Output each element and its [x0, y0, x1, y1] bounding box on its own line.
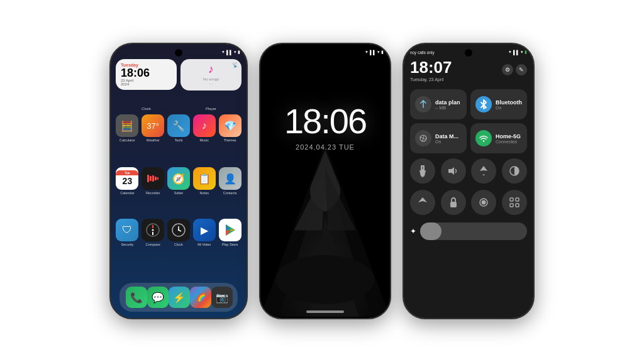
app-clock[interactable]: Clock — [167, 219, 191, 246]
app-row-3: 🛡 Security Compass — [116, 219, 242, 246]
clock-app-icon[interactable] — [167, 219, 190, 241]
settings-icon[interactable]: ⚙ — [502, 64, 513, 75]
camera-icon[interactable]: 📷 — [211, 287, 233, 308]
compass-label: Compass — [146, 243, 160, 246]
scan-button[interactable] — [502, 190, 527, 215]
svg-rect-2 — [152, 175, 154, 182]
svg-point-29 — [482, 200, 486, 205]
app-row-1: 🧮 Calculator 37° Weather 🔧 Tools ♪ Music… — [116, 114, 242, 142]
music-dots: ··· — [209, 81, 213, 87]
notes-icon[interactable]: 📋 — [193, 167, 216, 190]
phone-icon[interactable]: 📞 — [126, 287, 147, 308]
switch-icon[interactable]: ⚡ — [169, 287, 190, 308]
svg-marker-22 — [419, 170, 426, 177]
cc-status-left: ncy calls only — [410, 50, 435, 55]
calendar-icon[interactable]: Tue 23 — [116, 167, 138, 190]
airplane-button[interactable] — [471, 158, 496, 184]
mivideo-icon[interactable]: ▶ — [193, 219, 216, 241]
calculator-icon[interactable]: 🧮 — [116, 114, 138, 137]
app-contacts[interactable]: 👤 Contacts — [218, 167, 242, 195]
svg-rect-1 — [150, 176, 152, 181]
music-widget-wrap[interactable]: 📡 ♪ No songs ··· Player — [180, 59, 242, 104]
clock-time: 18:06 — [121, 67, 172, 79]
app-recorder[interactable]: Recorder — [142, 167, 165, 195]
data-tile-text: data plan -- MB — [435, 99, 462, 110]
broadcast-icon: 📡 — [232, 62, 238, 68]
flashlight-button[interactable] — [410, 158, 435, 184]
app-mivideo[interactable]: ▶ Mi Video — [192, 219, 216, 246]
playstore-icon[interactable] — [219, 219, 242, 241]
bluetooth-icon: ✦ — [221, 50, 225, 55]
app-compass[interactable]: Compass — [142, 219, 165, 246]
music-app-icon[interactable]: ♪ — [193, 114, 216, 137]
player-label: Player — [206, 107, 216, 111]
safari-icon[interactable]: 🧭 — [167, 167, 190, 190]
contacts-label: Contacts — [223, 191, 237, 195]
gallery-icon[interactable]: 🌈 — [190, 287, 211, 308]
record-button[interactable] — [471, 190, 496, 215]
app-security[interactable]: 🛡 Security — [116, 219, 139, 246]
music-widget[interactable]: 📡 ♪ No songs ··· — [180, 59, 242, 90]
app-calculator[interactable]: 🧮 Calculator — [116, 114, 139, 142]
clock-widget-wrap[interactable]: Tuesday 18:06 23 April 2024 Clock — [116, 59, 177, 104]
dock-camera[interactable]: 📷 — [211, 287, 233, 308]
dock-switch[interactable]: ⚡ — [169, 287, 190, 308]
clock-widget[interactable]: Tuesday 18:06 23 April 2024 — [116, 59, 177, 90]
recorder-icon[interactable] — [142, 167, 164, 190]
tools-icon[interactable]: 🔧 — [167, 114, 190, 137]
wifi-tile-icon — [475, 130, 492, 146]
app-playstore[interactable]: Play Store — [218, 219, 242, 246]
weather-icon[interactable]: 37° — [142, 114, 164, 137]
punch-hole-2 — [321, 49, 329, 57]
volume-button[interactable] — [441, 158, 466, 184]
compass-icon[interactable] — [142, 219, 164, 241]
app-notes[interactable]: 📋 Notes — [192, 167, 216, 195]
app-music[interactable]: ♪ Music — [192, 114, 216, 142]
themes-label: Themes — [224, 138, 236, 142]
cc-tile-wifi[interactable]: Home-5G Connected — [470, 123, 527, 153]
signal-icon-3: ▌▌ — [513, 50, 519, 55]
contacts-icon[interactable]: 👤 — [219, 167, 242, 190]
cc-header-actions: ⚙ ✎ — [502, 64, 527, 75]
punch-hole — [175, 49, 182, 57]
mobile-tile-icon — [415, 130, 431, 146]
dock-gallery[interactable]: 🌈 — [190, 287, 211, 308]
svg-rect-4 — [157, 177, 158, 180]
nightmode-button[interactable] — [502, 158, 527, 184]
lock-button[interactable] — [441, 190, 466, 215]
cc-tile-dataplan[interactable]: data plan -- MB — [410, 89, 467, 119]
bt-icon-3: ✦ — [508, 50, 512, 55]
cc-brightness-control[interactable]: ✦ — [410, 222, 527, 240]
wifi-icon-2: ▾ — [377, 50, 380, 55]
lock-time: 18:06 — [260, 101, 390, 141]
svg-rect-31 — [516, 198, 519, 201]
app-weather[interactable]: 37° Weather — [142, 114, 165, 142]
battery-icon-3: ▮ — [525, 50, 527, 55]
cc-time: 18:07 — [410, 58, 452, 77]
cc-buttons-row1 — [410, 158, 527, 184]
themes-icon[interactable]: 💎 — [219, 114, 242, 137]
brightness-fill — [420, 222, 441, 240]
edit-icon[interactable]: ✎ — [516, 64, 527, 75]
dock-messages[interactable]: 💬 — [147, 287, 169, 308]
app-tools[interactable]: 🔧 Tools — [167, 114, 191, 142]
phone-1-homescreen: ✦ ▌▌ ▾ ▮ Tuesday 18:06 23 April 2024 Clo… — [109, 43, 248, 319]
widgets-row: Tuesday 18:06 23 April 2024 Clock 📡 ♪ No… — [116, 59, 242, 104]
app-safari[interactable]: 🧭 Safari — [167, 167, 191, 195]
location-button[interactable] — [410, 190, 435, 215]
brightness-bar[interactable] — [420, 222, 527, 240]
cc-tile-mobile[interactable]: Data M... On — [410, 123, 467, 153]
bt-icon-2: ✦ — [365, 50, 369, 55]
wifi-tile-text: Home-5G Connected — [496, 133, 522, 144]
calendar-label: Calendar — [120, 191, 134, 195]
music-label: Music — [200, 138, 209, 142]
app-calendar[interactable]: Tue 23 Calendar — [116, 167, 139, 195]
app-themes[interactable]: 💎 Themes — [218, 114, 242, 142]
cc-tile-bluetooth[interactable]: Bluetooth On — [470, 89, 527, 119]
security-icon[interactable]: 🛡 — [116, 219, 138, 241]
cc-tiles-grid: data plan -- MB Bluetooth On — [410, 89, 527, 153]
svg-rect-33 — [516, 204, 519, 207]
messages-icon[interactable]: 💬 — [147, 287, 169, 308]
svg-rect-3 — [155, 177, 157, 180]
dock-phone[interactable]: 📞 — [126, 287, 147, 308]
